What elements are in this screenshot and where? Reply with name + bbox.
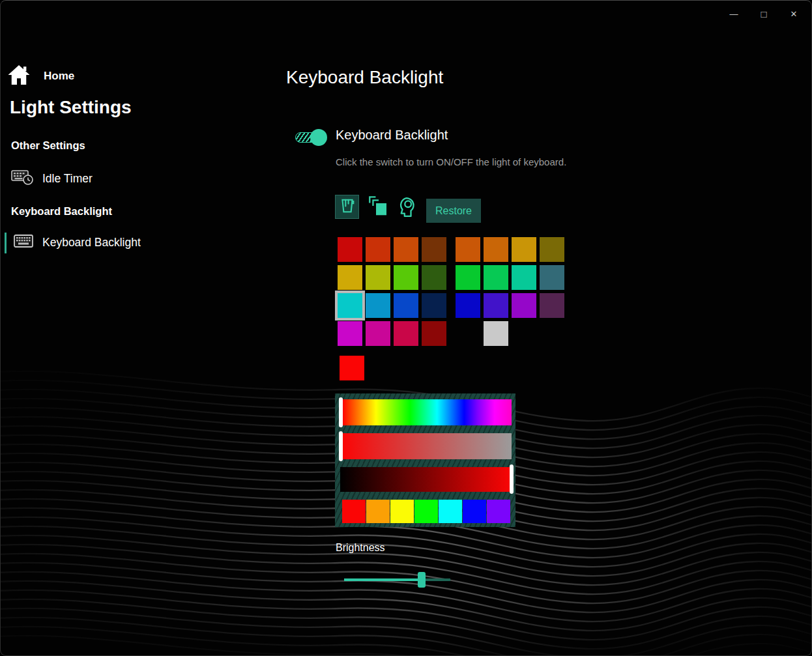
- sidebar-section-keyboard-backlight: Keyboard Backlight: [11, 205, 112, 218]
- palette-grid-left: [338, 237, 446, 346]
- page-title: Keyboard Backlight: [286, 67, 443, 88]
- preset-color-swatch[interactable]: [342, 500, 366, 523]
- window-controls: — □ ✕: [719, 1, 809, 27]
- hue-bar[interactable]: [342, 399, 512, 425]
- preset-color-swatch[interactable]: [366, 500, 390, 523]
- palette-swatch[interactable]: [366, 321, 390, 346]
- palette-swatch[interactable]: [366, 237, 390, 262]
- toggle-description: Click the switch to turn ON/OFF the ligh…: [336, 156, 566, 167]
- palette-swatch[interactable]: [366, 265, 390, 290]
- palette-swatch[interactable]: [512, 293, 536, 318]
- saturation-bar[interactable]: [342, 433, 512, 459]
- preset-color-swatch[interactable]: [390, 500, 414, 523]
- selected-item-indicator: [5, 233, 7, 253]
- hue-slider-handle[interactable]: [339, 397, 343, 427]
- palette-swatch[interactable]: [394, 321, 418, 346]
- palette-grid-right: [456, 237, 564, 346]
- minimize-button[interactable]: —: [719, 1, 749, 27]
- restore-button[interactable]: Restore: [426, 199, 481, 223]
- close-button[interactable]: ✕: [779, 1, 809, 27]
- sidebar-title: Light Settings: [10, 97, 132, 118]
- palette-swatch[interactable]: [484, 237, 508, 262]
- preset-color-swatch[interactable]: [463, 500, 486, 523]
- palette-swatch[interactable]: [484, 321, 508, 346]
- layered-pages-icon: [368, 195, 389, 218]
- palette-swatch[interactable]: [512, 237, 536, 262]
- head-profile-icon: [395, 196, 417, 220]
- palette-swatch[interactable]: [422, 265, 446, 290]
- palette-swatch[interactable]: [456, 237, 480, 262]
- color-picker-panel: [335, 393, 515, 527]
- preset-color-swatch[interactable]: [414, 500, 438, 523]
- keyboard-clock-icon: [11, 169, 33, 189]
- preset-color-swatch[interactable]: [487, 500, 510, 523]
- sidebar-item-idle-timer[interactable]: Idle Timer: [11, 169, 93, 189]
- value-slider-handle[interactable]: [510, 464, 514, 494]
- palette-swatch[interactable]: [484, 293, 508, 318]
- app-window: — □ ✕ Home Light Settings Other Settings: [0, 0, 812, 656]
- palette-swatch[interactable]: [366, 293, 390, 318]
- palette-swatch[interactable]: [540, 237, 564, 262]
- sidebar-item-label: Idle Timer: [42, 172, 93, 186]
- palette-swatch[interactable]: [394, 293, 418, 318]
- brightness-slider-handle[interactable]: [418, 572, 426, 588]
- palette-swatch[interactable]: [512, 265, 536, 290]
- smart-mode-button[interactable]: [393, 195, 419, 221]
- paint-bucket-icon: [339, 197, 356, 216]
- palette-swatch[interactable]: [394, 237, 418, 262]
- multi-layer-mode-button[interactable]: [365, 193, 392, 220]
- palette-swatch[interactable]: [422, 321, 446, 346]
- current-color-swatch: [340, 356, 364, 380]
- keyboard-backlight-toggle[interactable]: [295, 132, 325, 143]
- home-label: Home: [44, 70, 74, 83]
- brightness-slider[interactable]: [344, 572, 450, 588]
- palette-swatch[interactable]: [338, 237, 362, 262]
- keyboard-icon: [14, 234, 33, 251]
- home-icon: [7, 64, 31, 89]
- palette-swatch-selected[interactable]: [338, 293, 362, 318]
- brightness-label: Brightness: [336, 542, 385, 554]
- sidebar-item-label: Keyboard Backlight: [42, 236, 141, 250]
- sidebar-item-home[interactable]: Home: [7, 64, 74, 89]
- preset-color-row: [342, 500, 510, 523]
- palette-swatch[interactable]: [338, 321, 362, 346]
- toggle-label: Keyboard Backlight: [336, 128, 448, 143]
- static-color-mode-button[interactable]: [335, 195, 359, 219]
- palette-swatch[interactable]: [540, 293, 564, 318]
- palette-swatch[interactable]: [484, 265, 508, 290]
- palette-swatch[interactable]: [422, 237, 446, 262]
- preset-color-swatch[interactable]: [439, 500, 462, 523]
- maximize-button[interactable]: □: [749, 1, 779, 27]
- brightness-slider-fill: [344, 578, 422, 581]
- sidebar-section-other-settings: Other Settings: [11, 139, 85, 152]
- value-bar[interactable]: [340, 467, 512, 492]
- palette-swatch[interactable]: [456, 293, 480, 318]
- saturation-slider-handle[interactable]: [339, 431, 343, 461]
- toggle-knob: [310, 129, 327, 146]
- palette-swatch[interactable]: [338, 265, 362, 290]
- palette-swatch[interactable]: [540, 265, 564, 290]
- sidebar-item-keyboard-backlight[interactable]: Keyboard Backlight: [14, 234, 141, 251]
- palette-swatch[interactable]: [422, 293, 446, 318]
- palette-swatch[interactable]: [394, 265, 418, 290]
- palette-swatch[interactable]: [456, 265, 480, 290]
